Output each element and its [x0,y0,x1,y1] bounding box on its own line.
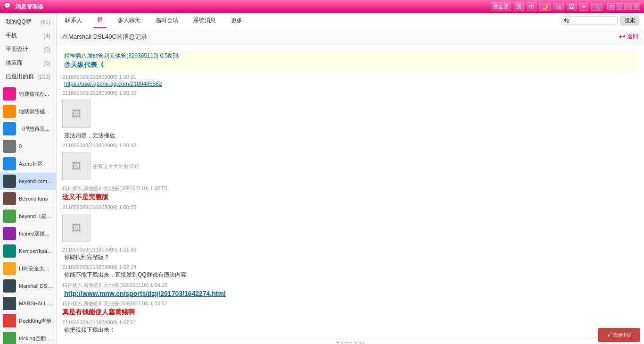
chat-title: 在Marshall DSL40C的消息记录 [62,33,147,41]
group-list: 钧鹿茄花创... 地狱训练磁... 《理想再见》... 0 Azure社区 be… [0,85,56,344]
group-item[interactable]: 0 [0,138,56,155]
message-item: 🖼 [62,98,638,130]
group-avatar [3,105,16,118]
group-item[interactable]: RockKing吉他 [0,312,56,330]
minimize-window-button[interactable]: ─ [616,3,623,10]
back-arrow-icon: ↩ [619,32,625,41]
group-avatar [3,175,16,188]
hdd-temp: 硬盘温 [491,2,511,11]
search-input[interactable] [561,17,618,25]
media-thumbnail: 🖼 [62,152,91,180]
msg-timestamp: 211809009(211809009) 1:02:14 [62,264,638,270]
media-thumbnail: 🖼 [62,214,91,242]
category-supplier[interactable]: 供应商 (0) [0,56,56,70]
group-item-marshall[interactable]: Marshall DSL40C [0,277,56,295]
date-divider: 7 2017-3-24 [62,338,638,344]
group-avatar [3,227,16,240]
top-nav: 联系人 群 多人聊天 临时会话 系统消息 更多 搜索 [57,13,644,28]
settings-icon: 🔧 [591,3,603,11]
msg-timestamp: 211809009(211809009) 1:00:01 [62,74,638,80]
minimize-button[interactable]: ▽ [607,3,615,10]
group-item[interactable]: 地狱训练磁... [0,103,56,120]
group-avatar [3,210,16,223]
search-bar: 搜索 [561,16,639,25]
left-sidebar: 我的QQ群 (61) 手机 (4) 平面设计 (0) 供应商 (0) 已退出的群… [0,13,57,344]
tab-more[interactable]: 更多 [227,13,246,28]
message-link-large[interactable]: http://www.mnw.cn/sports/dzjj/201703/164… [64,290,226,297]
tab-system[interactable]: 系统消息 [190,13,220,28]
group-item[interactable]: beyond《超越》 [0,208,56,225]
group-item[interactable]: Azure社区 [0,155,56,173]
group-avatar [3,87,16,101]
group-avatar [3,332,16,344]
group-item[interactable]: 《理想再见》... [0,120,56,138]
group-item[interactable]: Kemper(kpa)交流 [0,243,56,260]
group-item[interactable]: Ibanez双摇电... [0,225,56,243]
msg-timestamp: 211809009(211809009) 1:07:51 [62,319,638,325]
group-avatar [3,279,16,293]
msg-timestamp: 精神病八属他爸刘元他爸(329365110) 1:00:53 [62,185,638,192]
back-button[interactable]: ↩ 返回 [619,32,638,41]
message-item: https://user.qzone.qq.com/2109485562 [62,81,638,87]
middle-panel: 联系人 群 多人聊天 临时会话 系统消息 更多 搜索 在Marshall DSL… [57,13,644,344]
chat-header: 在Marshall DSL40C的消息记录 ↩ 返回 [57,28,644,45]
close-button[interactable]: ✕ [633,3,640,10]
message-item: 你能不能下载出来，直接发到QQ群说有违法内容 [62,271,638,279]
app-icon: 💬 [4,2,12,11]
group-avatar [3,157,16,170]
group-item[interactable]: Beyond fans [0,190,56,208]
message-item: 这又不是完整版 [62,193,638,201]
content-area: 在Marshall DSL40C的消息记录 ↩ 返回 精神病八属他爸刘元他爸(3… [57,28,644,344]
msg-timestamp: 211809009(211809009) 1:00:55 [62,204,638,210]
group-avatar [3,122,16,135]
msg-sender: 精神病八属他爸刘元他爸(329365110) 0:58:58 [64,52,636,60]
system-tray: 硬盘温 国 中 🌙 og 🖼 ✏ 🔧 [491,2,603,11]
site-logo: 🎸 吉他中国 [598,328,640,342]
message-item: http://www.mnw.cn/sports/dzjj/201703/164… [62,290,638,297]
category-design[interactable]: 平面设计 (0) [0,42,56,56]
group-item-beyond-compare[interactable]: beyond compare [0,173,56,190]
tab-groups[interactable]: 群 [93,13,107,28]
message-item: 你把视频下载出来！ [62,326,638,334]
group-avatar [3,262,16,275]
chat-panel: 在Marshall DSL40C的消息记录 ↩ 返回 精神病八属他爸刘元他爸(3… [57,28,644,344]
category-myqq[interactable]: 我的QQ群 (61) [0,15,56,29]
msg-mention: @天纵代表《 [64,61,636,69]
group-avatar [3,244,16,258]
message-item: 🖼 还有这个大哥散日蛇 [62,150,638,182]
broken-image-icon: 🖼 [72,161,81,172]
group-item[interactable]: MARSHALL 音... [0,295,56,312]
message-item: 🖼 [62,212,638,244]
message-item: 真是有钱能使人塞黄鳝啊 [62,308,638,317]
msg-timestamp: 211809009(211809009) 1:01:49 [62,247,638,252]
night-mode: 🌙 [539,3,551,11]
broken-image-icon: 🖼 [72,223,81,234]
msg-timestamp: 精神病八属他爸刘元他爸(329365110) 1:04:20 [62,282,638,289]
group-avatar [3,192,16,205]
group-item[interactable]: 钧鹿茄花创... [0,85,56,103]
category-exited[interactable]: 已退出的群 (109) [0,70,56,84]
group-avatar [3,314,16,327]
titlebar: 💬 消息管理器 硬盘温 国 中 🌙 og 🖼 ✏ 🔧 ▽ ─ □ ✕ [0,0,644,13]
message-link[interactable]: https://user.qzone.qq.com/2109485562 [64,81,162,87]
msg-timestamp: 211809009(211809009) 1:00:48 [62,143,638,148]
messages-container: 精神病八属他爸刘元他爸(329365110) 0:58:58 @天纵代表《 21… [57,45,644,344]
group-item[interactable]: tricking空翻特... [0,330,56,344]
message-item: 你能找到完整版？ [62,253,638,261]
media-thumbnail: 🖼 [62,100,91,128]
lang-cn: 国 [514,2,524,11]
maximize-button[interactable]: □ [624,3,632,10]
media-caption: 违法内容，无法播放 [62,132,638,140]
tab-multi[interactable]: 多人聊天 [114,13,144,28]
search-button[interactable]: 搜索 [620,16,639,25]
tab-contacts[interactable]: 联系人 [61,13,86,28]
input-cn: 中 [527,2,537,11]
category-mobile[interactable]: 手机 (4) [0,29,56,42]
media-caption: 还有这个大哥散日蛇 [92,163,139,170]
edit-icon: ✏ [579,3,588,11]
window-controls[interactable]: ▽ ─ □ ✕ [607,3,640,10]
group-avatar [3,140,16,153]
broken-image-icon: 🖼 [72,109,81,119]
tab-temp[interactable]: 临时会话 [152,13,182,28]
group-item[interactable]: LBE安全大师... [0,260,56,277]
